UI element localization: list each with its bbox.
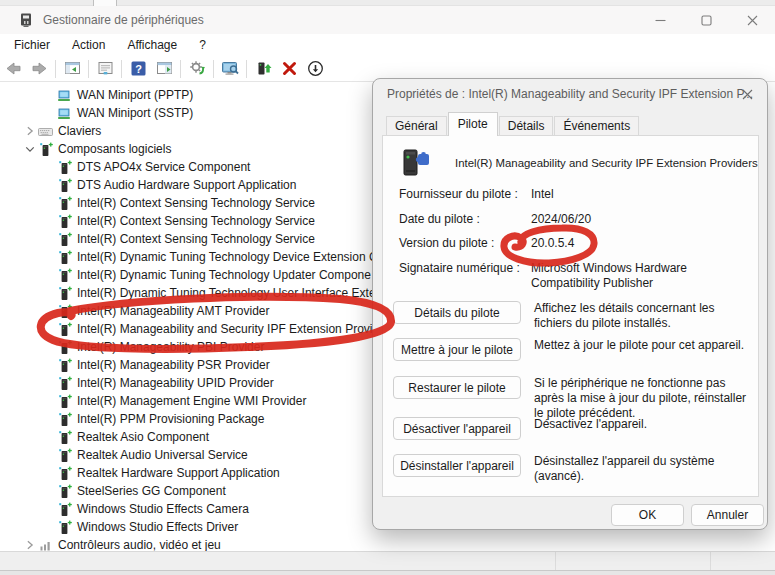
menu-affichage[interactable]: Affichage — [117, 35, 187, 55]
console-tree-icon[interactable] — [60, 58, 84, 80]
software-icon — [57, 160, 72, 175]
tree-expander-empty — [41, 466, 57, 481]
software-icon — [57, 232, 72, 247]
action-description: Affichez les détails concernant les fich… — [534, 301, 750, 331]
software-component-icon — [57, 196, 72, 211]
toolbar-separator — [246, 60, 247, 78]
menu-fichier[interactable]: Fichier — [4, 35, 60, 55]
tree-item[interactable]: Contrôleurs audio, vidéo et jeu — [0, 536, 775, 551]
software-component-device-icon — [397, 145, 433, 181]
tree-expander-empty — [41, 286, 57, 301]
software-component-icon — [57, 394, 72, 409]
update-driver-button[interactable]: Mettre à jour le pilote — [393, 338, 521, 361]
tree-item-label: Windows Studio Effects Driver — [77, 520, 238, 534]
software-component-icon — [57, 430, 72, 445]
roll-back-driver-button[interactable]: Restaurer le pilote — [393, 376, 521, 399]
tree-item-label: Windows Studio Effects Camera — [77, 502, 249, 516]
field-label: Version du pilote : — [399, 236, 531, 252]
tree-expander-empty — [41, 376, 57, 391]
tree-item-label: Intel(R) Management Engine WMI Provider — [77, 394, 306, 408]
field-label: Fournisseur du pilote : — [399, 187, 531, 203]
network-icon — [57, 106, 72, 121]
disable-device-button[interactable]: Désactiver l'appareil — [393, 417, 521, 440]
driver-action-row: Restaurer le piloteSi le périphérique ne… — [393, 376, 753, 421]
tree-item-label: Intel(R) Manageability and Security IPF … — [77, 322, 379, 336]
tab-details[interactable]: Détails — [499, 116, 554, 136]
tree-item-label: Composants logiciels — [58, 142, 171, 156]
field-label: Date du pilote : — [399, 212, 531, 228]
forward-icon[interactable] — [27, 58, 51, 80]
tree-expander-empty — [41, 520, 57, 535]
scan-hardware-changes-icon[interactable] — [185, 58, 209, 80]
dialog-tabs: GénéralPiloteDétailsÉvénements — [386, 115, 640, 136]
software-component-icon — [57, 358, 72, 373]
menu-help[interactable]: ? — [189, 35, 216, 55]
window-bottom-edge — [0, 570, 775, 575]
back-icon[interactable] — [1, 58, 25, 80]
menu-action[interactable]: Action — [62, 35, 115, 55]
toolbar-separator — [213, 60, 214, 78]
dialog-title: Propriétés de : Intel(R) Manageability a… — [387, 87, 753, 101]
tree-item-label: Intel(R) Dynamic Tuning Technology Devic… — [77, 250, 378, 264]
tab-evenements[interactable]: Événements — [554, 116, 639, 136]
driver-fields: Fournisseur du pilote :IntelDate du pilo… — [399, 187, 744, 301]
tree-item-label: Intel(R) Manageability UPID Provider — [77, 376, 274, 390]
tab-general[interactable]: Général — [386, 116, 447, 136]
uninstall-device-icon[interactable] — [277, 58, 301, 80]
help-icon[interactable]: ? — [126, 58, 150, 80]
tree-item-label: Intel(R) PPM Provisioning Package — [77, 412, 264, 426]
network-icon — [57, 88, 72, 103]
software-icon — [57, 448, 72, 463]
properties-icon[interactable] — [93, 58, 117, 80]
tree-expander[interactable] — [22, 124, 38, 139]
dialog-close-icon[interactable] — [733, 81, 761, 107]
action-description: Mettez à jour le pilote pour cet apparei… — [534, 338, 750, 353]
tree-item-label: Intel(R) Dynamic Tuning Technology User … — [77, 286, 376, 300]
uninstall-device-button[interactable]: Désinstaller l'appareil — [393, 454, 521, 477]
disable-device-icon[interactable] — [303, 58, 327, 80]
software-component-icon — [57, 232, 72, 247]
remote-computer-icon[interactable] — [218, 58, 242, 80]
tree-expander-empty — [41, 358, 57, 373]
action-pane-icon[interactable] — [152, 58, 176, 80]
ok-button[interactable]: OK — [611, 504, 684, 526]
tree-item-label: Intel(R) Context Sensing Technology Serv… — [77, 214, 315, 228]
software-component-icon — [57, 250, 72, 265]
tree-expander-empty — [41, 502, 57, 517]
bottom-strip — [0, 551, 775, 570]
network-adapter-icon — [57, 88, 72, 103]
tree-expander-empty — [41, 268, 57, 283]
software-icon — [57, 340, 72, 355]
tree-item-label: Claviers — [58, 124, 101, 138]
tree-expander-empty — [41, 322, 57, 337]
tree-expander-empty — [41, 160, 57, 175]
tree-item-label: Realtek Hardware Support Application — [77, 466, 280, 480]
audio-icon — [38, 538, 53, 552]
chevron-right-icon — [22, 123, 38, 139]
tree-expander-empty — [41, 214, 57, 229]
tree-expander-empty — [41, 250, 57, 265]
tab-pilote[interactable]: Pilote — [448, 112, 498, 136]
driver-details-button[interactable]: Détails du pilote — [393, 301, 521, 324]
tree-expander[interactable] — [22, 142, 38, 157]
field-value: 20.0.5.4 — [531, 236, 741, 252]
close-icon[interactable] — [729, 6, 775, 34]
cancel-button[interactable]: Annuler — [691, 504, 764, 526]
tree-expander[interactable] — [22, 538, 38, 552]
tree-item-label: DTS APO4x Service Component — [77, 160, 250, 174]
maximize-icon[interactable] — [683, 6, 729, 34]
update-driver-icon[interactable] — [251, 58, 275, 80]
software-icon — [57, 520, 72, 535]
software-icon — [57, 376, 72, 391]
minimize-icon[interactable] — [637, 6, 683, 34]
device-name: Intel(R) Manageability and Security IPF … — [455, 157, 758, 169]
field-value: Microsoft Windows Hardware Compatibility… — [531, 261, 741, 292]
driver-field-row: Fournisseur du pilote :Intel — [399, 187, 744, 203]
software-component-icon — [57, 484, 72, 499]
tree-item-label: Intel(R) Manageability PSR Provider — [77, 358, 270, 372]
field-value: Intel — [531, 187, 741, 203]
tree-item-label: Contrôleurs audio, vidéo et jeu — [58, 538, 221, 551]
software-icon — [57, 394, 72, 409]
driver-action-row: Désactiver l'appareilDésactivez l'appare… — [393, 417, 753, 440]
tree-item-label: Intel(R) Manageability AMT Provider — [77, 304, 270, 318]
